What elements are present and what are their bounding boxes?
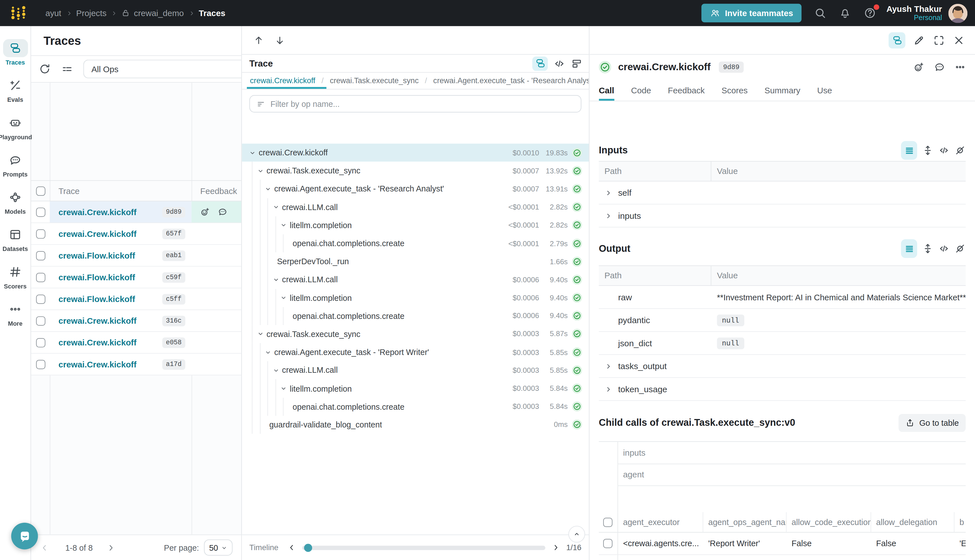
trace-path-tab[interactable]: crewai.Task.execute_sync /: [327, 73, 430, 89]
trace-name[interactable]: crewai.Flow.kickoff: [58, 251, 162, 260]
arrow-up-icon[interactable]: [253, 34, 264, 46]
trace-tree-row[interactable]: openai.chat.completions.create $0.0006 9…: [242, 307, 589, 325]
sidebar-item[interactable]: Prompts: [0, 145, 30, 183]
ops-filter-select[interactable]: All Ops: [83, 60, 241, 78]
output-row[interactable]: tasks_output: [599, 355, 966, 378]
sidebar-item[interactable]: Datasets: [0, 220, 30, 257]
collapse-panel-button[interactable]: [568, 526, 585, 543]
code-view-icon[interactable]: [938, 145, 950, 156]
trace-name[interactable]: crewai.Crew.kickoff: [58, 338, 162, 347]
row-checkbox[interactable]: [36, 272, 45, 282]
hide-icon[interactable]: [954, 145, 966, 156]
trace-tree-row[interactable]: crewai.Agent.execute_task - 'Report Writ…: [242, 343, 589, 361]
row-checkbox[interactable]: [36, 360, 45, 369]
help-icon[interactable]: [864, 7, 876, 19]
child-call-row[interactable]: <crewai.agents.cre... 'Report Writer' Fa…: [599, 533, 966, 555]
table-row[interactable]: crewai.Crew.kickoff 9d89: [31, 201, 241, 223]
expand-rows-icon[interactable]: [922, 243, 933, 254]
inputs-row[interactable]: self: [599, 182, 966, 205]
chevron-down-icon[interactable]: [280, 385, 287, 392]
chat-widget-button[interactable]: [11, 523, 38, 550]
column-header[interactable]: agent_ops_agent_nan: [703, 512, 786, 532]
code-view-icon[interactable]: [938, 243, 950, 254]
add-reaction-icon[interactable]: [200, 207, 210, 217]
trace-name[interactable]: crewai.Crew.kickoff: [58, 207, 162, 217]
chevron-down-icon[interactable]: [256, 167, 264, 174]
call-tab[interactable]: Code: [631, 80, 651, 101]
column-header-trace[interactable]: Trace: [50, 186, 192, 195]
trace-tree-row[interactable]: SerperDevTool._run 1.66s: [242, 252, 589, 270]
output-row[interactable]: json_dict null: [599, 332, 966, 355]
trace-tree-row[interactable]: litellm.completion $0.0003 5.84s: [242, 379, 589, 397]
trace-path-tab[interactable]: crewai.Agent.execute_task - 'Research An…: [430, 73, 589, 89]
trace-name[interactable]: crewai.Crew.kickoff: [58, 360, 162, 369]
add-reaction-icon[interactable]: [913, 62, 925, 73]
trace-tree-row[interactable]: litellm.completion $0.0006 9.40s: [242, 289, 589, 307]
output-row[interactable]: pydantic null: [599, 309, 966, 332]
avatar[interactable]: [948, 3, 967, 23]
refresh-icon[interactable]: [38, 63, 51, 75]
call-tab[interactable]: Call: [599, 80, 614, 101]
trace-tree-row[interactable]: guardrail-validate_blog_content 0ms: [242, 416, 589, 434]
row-checkbox[interactable]: [36, 251, 45, 260]
sidebar-item[interactable]: Scorers: [0, 257, 30, 294]
prev-page-icon[interactable]: [40, 543, 49, 552]
chevron-down-icon[interactable]: [264, 348, 272, 356]
tree-toggle-button[interactable]: [889, 32, 906, 48]
expand-rows-icon[interactable]: [922, 145, 933, 156]
table-row[interactable]: crewai.Crew.kickoff e058: [31, 332, 241, 353]
flame-view-icon[interactable]: [571, 58, 583, 69]
trace-tree-row[interactable]: crewai.Crew.kickoff $0.0010 19.83s: [242, 143, 589, 162]
expanded-view-button[interactable]: [901, 141, 917, 160]
notifications-bell-icon[interactable]: [839, 7, 851, 19]
select-all-checkbox[interactable]: [603, 517, 613, 527]
chevron-down-icon[interactable]: [256, 330, 264, 338]
trace-tree-row[interactable]: crewai.LLM.call $0.0003 5.85s: [242, 361, 589, 379]
row-checkbox[interactable]: [36, 207, 45, 217]
row-checkbox[interactable]: [36, 229, 45, 238]
chevron-down-icon[interactable]: [249, 149, 256, 156]
trace-name[interactable]: crewai.Crew.kickoff: [58, 316, 162, 325]
search-icon[interactable]: [814, 7, 826, 19]
column-header-feedback[interactable]: Feedback: [192, 186, 241, 195]
sidebar-item[interactable]: Traces: [0, 33, 30, 71]
manage-columns-icon[interactable]: [61, 63, 73, 75]
fullscreen-icon[interactable]: [933, 34, 945, 46]
breadcrumb-item[interactable]: Traces: [188, 8, 225, 18]
sidebar-item[interactable]: Evals: [0, 71, 30, 108]
call-tab[interactable]: Feedback: [668, 80, 705, 101]
chevron-right-icon[interactable]: [604, 385, 613, 393]
code-view-icon[interactable]: [554, 58, 565, 69]
per-page-select[interactable]: 50: [204, 539, 232, 555]
breadcrumb-item[interactable]: crewai_demo: [111, 8, 184, 18]
hide-icon[interactable]: [954, 243, 966, 254]
arrow-down-icon[interactable]: [274, 34, 285, 46]
breadcrumb-item[interactable]: ayut: [45, 8, 61, 18]
chevron-down-icon[interactable]: [272, 203, 279, 211]
trace-tree-row[interactable]: openai.chat.completions.create $0.0003 5…: [242, 398, 589, 416]
trace-tree-row[interactable]: crewai.LLM.call $0.0006 9.40s: [242, 270, 589, 288]
timeline-slider[interactable]: [302, 545, 545, 550]
wandb-logo-icon[interactable]: [10, 5, 27, 22]
select-all-checkbox[interactable]: [36, 186, 45, 195]
inputs-row[interactable]: inputs: [599, 205, 966, 228]
comment-icon[interactable]: [934, 62, 945, 73]
call-tab[interactable]: Scores: [722, 80, 748, 101]
timeline-next-icon[interactable]: [551, 543, 560, 552]
table-row[interactable]: crewai.Crew.kickoff a17d: [31, 353, 241, 375]
breadcrumb-item[interactable]: Projects: [66, 8, 107, 18]
expanded-view-button[interactable]: [901, 239, 917, 258]
column-header[interactable]: allow_delegation: [871, 512, 954, 532]
table-row[interactable]: crewai.Flow.kickoff eab1: [31, 245, 241, 267]
column-header[interactable]: b: [954, 512, 966, 532]
row-checkbox[interactable]: [36, 294, 45, 304]
comment-icon[interactable]: [217, 207, 227, 217]
table-row[interactable]: crewai.Crew.kickoff 316c: [31, 310, 241, 332]
sidebar-item[interactable]: More: [0, 295, 30, 332]
trace-tree-row[interactable]: openai.chat.completions.create <$0.0001 …: [242, 234, 589, 252]
sidebar-item[interactable]: Playground: [0, 108, 30, 145]
trace-path-tab[interactable]: crewai.Crew.kickoff /: [247, 73, 327, 89]
trace-name[interactable]: crewai.Flow.kickoff: [58, 272, 162, 282]
table-row[interactable]: crewai.Crew.kickoff 657f: [31, 223, 241, 245]
row-checkbox[interactable]: [36, 338, 45, 347]
